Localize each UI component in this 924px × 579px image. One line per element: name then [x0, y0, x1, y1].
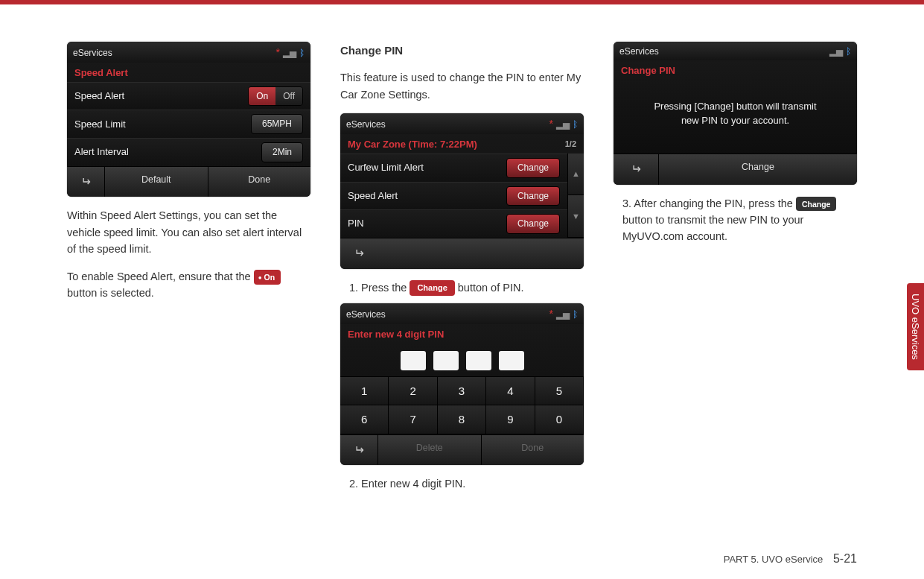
row-label: Curfew Limit Alert — [348, 160, 424, 175]
column-3: eServices ▂▅ ᛒ Change PIN Pressing [Chan… — [614, 42, 857, 500]
row-label: Speed Alert — [74, 89, 124, 104]
screenshot-title: eServices — [346, 308, 386, 322]
scrollbar[interactable]: ▲ ▼ — [567, 154, 584, 238]
change-button[interactable]: Change — [506, 186, 560, 206]
back-icon — [354, 249, 364, 259]
toggle-on-off[interactable]: On Off — [248, 86, 303, 107]
text: button to transmit the new PIN to your M… — [622, 214, 803, 242]
default-button[interactable]: Default — [104, 167, 208, 197]
row-alert-interval: Alert Interval 2Min — [67, 138, 310, 166]
screenshot-section: My Car Zone (Time: 7:22PM) 1/2 — [340, 134, 584, 154]
message: Pressing [Change] button will transmit n… — [614, 80, 857, 154]
numpad-key[interactable]: 6 — [340, 405, 389, 434]
numpad-key[interactable]: 8 — [438, 405, 486, 434]
pin-digit-box[interactable] — [499, 351, 524, 370]
numpad-key[interactable]: 9 — [486, 405, 535, 434]
status-icons: * ▂▅ ᛒ — [276, 45, 305, 61]
message-line: Pressing [Change] button will transmit — [628, 99, 842, 114]
row-curfew: Curfew Limit Alert Change — [340, 154, 567, 182]
change-button[interactable]: Change — [506, 158, 560, 178]
screenshot-titlebar: eServices * ▂▅ ᛒ — [67, 42, 310, 63]
screenshot-title: eServices — [73, 46, 112, 60]
bluetooth-icon: ᛒ — [846, 45, 851, 59]
row-speed-alert: Speed Alert Change — [340, 182, 567, 210]
section-label: Speed Alert — [74, 66, 128, 80]
footer-page: 5-21 — [833, 552, 857, 565]
side-tab[interactable]: UVO eServices — [907, 283, 924, 370]
pin-digit-box[interactable] — [401, 351, 426, 370]
screenshot-footer — [340, 238, 584, 269]
page-content: eServices * ▂▅ ᛒ Speed Alert Speed Alert… — [0, 4, 924, 500]
row-pin: PIN Change — [340, 209, 567, 238]
on-button-inline: On — [254, 270, 281, 284]
screenshot-footer: Default Done — [67, 166, 310, 197]
screenshot-section: Enter new 4 digit PIN — [340, 324, 584, 344]
screenshot-speed-alert: eServices * ▂▅ ᛒ Speed Alert Speed Alert… — [67, 42, 310, 197]
pin-digit-box[interactable] — [466, 351, 491, 370]
toggle-on[interactable]: On — [249, 87, 275, 106]
back-button[interactable] — [67, 167, 104, 197]
numpad-key[interactable]: 1 — [340, 377, 389, 405]
screenshot-titlebar: eServices * ▂▅ ᛒ — [340, 113, 584, 134]
text: 1. Press the — [349, 282, 410, 294]
screenshot-enter-pin: eServices * ▂▅ ᛒ Enter new 4 digit PIN 1… — [340, 303, 584, 465]
done-button[interactable]: Done — [481, 435, 584, 466]
star-icon: * — [549, 306, 553, 323]
paragraph: This feature is used to change the PIN t… — [340, 69, 584, 103]
signal-icon: ▂▅ — [829, 45, 843, 59]
scroll-up-icon[interactable]: ▲ — [568, 154, 584, 195]
row-label: Speed Alert — [348, 189, 398, 203]
numpad-key[interactable]: 2 — [389, 377, 437, 405]
row-label: PIN — [348, 216, 364, 231]
pager: 1/2 — [565, 138, 576, 151]
star-icon: * — [276, 45, 280, 61]
signal-icon: ▂▅ — [283, 46, 296, 60]
done-button[interactable]: Done — [208, 167, 311, 197]
section-heading: Change PIN — [340, 42, 584, 59]
numpad-key[interactable]: 3 — [438, 377, 486, 405]
toggle-off[interactable]: Off — [275, 87, 302, 106]
status-icons: ▂▅ ᛒ — [829, 45, 851, 59]
speed-limit-value[interactable]: 65MPH — [251, 114, 303, 134]
bluetooth-icon: ᛒ — [573, 308, 578, 322]
pin-digit-box[interactable] — [433, 351, 459, 370]
row-speed-limit: Speed Limit 65MPH — [67, 110, 310, 138]
text: button of PIN. — [458, 282, 524, 294]
text: 3. After changing the PIN, press the — [622, 197, 796, 209]
bluetooth-icon: ᛒ — [299, 46, 305, 60]
status-icons: * ▂▅ ᛒ — [549, 306, 578, 323]
section-label: Enter new 4 digit PIN — [348, 327, 444, 342]
status-icons: * ▂▅ ᛒ — [549, 116, 578, 133]
change-button[interactable]: Change — [506, 214, 560, 234]
change-button-inline: Change — [796, 197, 837, 211]
column-2: Change PIN This feature is used to chang… — [340, 42, 584, 500]
signal-icon: ▂▅ — [556, 118, 570, 132]
change-button[interactable]: Change — [658, 154, 857, 185]
paragraph: Within Speed Alert Settings, you can set… — [67, 207, 310, 257]
screenshot-titlebar: eServices ▂▅ ᛒ — [614, 42, 857, 60]
screenshot-titlebar: eServices * ▂▅ ᛒ — [340, 303, 584, 324]
column-1: eServices * ▂▅ ᛒ Speed Alert Speed Alert… — [67, 42, 310, 500]
screenshot-my-car-zone: eServices * ▂▅ ᛒ My Car Zone (Time: 7:22… — [340, 113, 584, 268]
delete-button[interactable]: Delete — [377, 435, 481, 466]
back-icon — [354, 446, 364, 456]
row-label: Alert Interval — [74, 145, 129, 159]
numpad-key[interactable]: 5 — [535, 377, 584, 405]
screenshot-title: eServices — [619, 45, 659, 59]
page-footer: PART 5. UVO eService 5-21 — [724, 552, 857, 566]
numpad-key[interactable]: 0 — [535, 405, 584, 434]
alert-interval-value[interactable]: 2Min — [261, 142, 303, 162]
screenshot-section: Speed Alert — [67, 63, 310, 82]
signal-icon: ▂▅ — [556, 308, 570, 322]
back-button[interactable] — [340, 238, 377, 269]
back-button[interactable] — [340, 435, 377, 466]
scroll-down-icon[interactable]: ▼ — [568, 195, 584, 237]
numpad-key[interactable]: 7 — [389, 405, 437, 434]
numpad-key[interactable]: 4 — [486, 377, 535, 405]
rows-container: Curfew Limit Alert Change Speed Alert Ch… — [340, 154, 584, 238]
pin-input-boxes[interactable] — [340, 344, 584, 376]
back-button[interactable] — [614, 154, 658, 185]
numpad: 1 2 3 4 5 6 7 8 9 0 — [340, 376, 584, 434]
paragraph: To enable Speed Alert, ensure that the O… — [67, 268, 310, 302]
screenshot-footer: Delete Done — [340, 434, 584, 466]
